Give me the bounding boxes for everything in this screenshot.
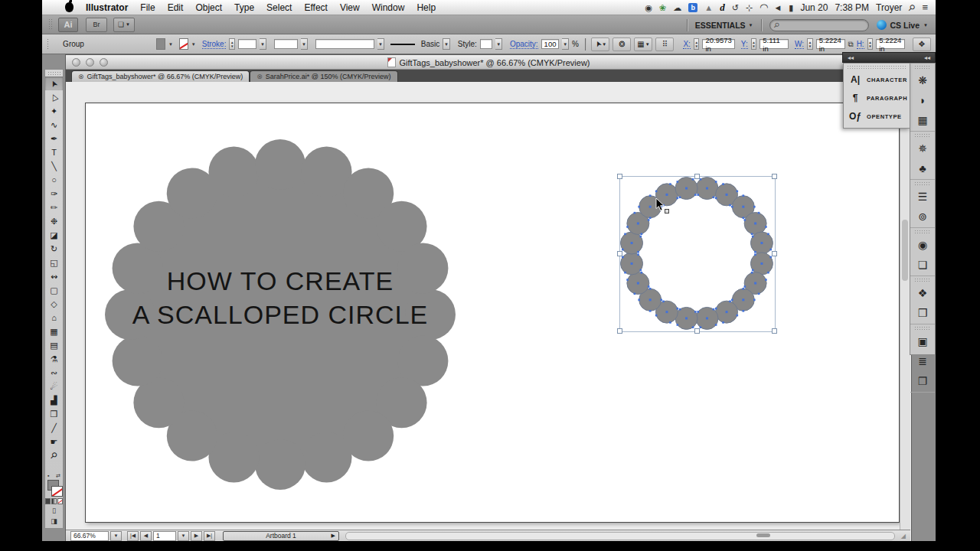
lasso-tool[interactable]: ∿ — [45, 118, 63, 132]
pencil-tool[interactable]: ✏ — [45, 201, 63, 214]
paintbrush-tool[interactable]: ✑ — [45, 187, 63, 201]
canvas[interactable]: HOW TO CREATE A SCALLOPED CIRCLE — [66, 82, 910, 530]
opacity-dropdown[interactable]: ▼ — [562, 38, 568, 50]
layers-icon[interactable]: ❖ — [910, 283, 935, 303]
workspace-switcher[interactable]: ESSENTIALS ▼ — [695, 21, 753, 30]
hand-tool[interactable]: ☛ — [45, 435, 63, 448]
selection-bounding-box[interactable] — [619, 176, 776, 332]
swap-fill-stroke-icon[interactable]: ⇄ — [56, 473, 60, 479]
ellipse-tool[interactable]: ○ — [45, 173, 63, 187]
horizontal-scrollbar[interactable] — [345, 532, 895, 540]
selection-handle[interactable] — [772, 251, 777, 256]
collapse-dock-icon[interactable]: ◂◂ — [924, 54, 930, 61]
stroke-weight-stepper[interactable]: ▲▼ — [229, 38, 235, 50]
bridge-button[interactable]: Br — [86, 18, 107, 32]
x-field[interactable]: 20.9573 in — [702, 39, 734, 49]
menu-object[interactable]: Object — [195, 2, 222, 13]
search-input[interactable]: ⚲ — [769, 19, 869, 31]
menu-effect[interactable]: Effect — [304, 2, 327, 13]
menu-view[interactable]: View — [340, 2, 360, 13]
stroke-color-swatch[interactable] — [179, 38, 188, 50]
spotlight-icon[interactable]: ⚲ — [904, 0, 920, 15]
menu-user[interactable]: Troyer — [876, 2, 902, 13]
magic-wand-tool[interactable]: ✦ — [45, 104, 63, 118]
notification-list-icon[interactable]: ≡ — [922, 0, 928, 15]
variable-width-profile-field[interactable] — [274, 39, 299, 49]
d-icon[interactable]: d — [720, 0, 725, 15]
stroke-weight-field[interactable] — [238, 39, 256, 49]
resize-grip-icon[interactable]: ◢ — [901, 533, 906, 540]
color-button[interactable] — [45, 498, 51, 504]
screen-mode-button[interactable]: ◨ — [45, 516, 63, 527]
zoom-tool[interactable]: ⚲ — [45, 448, 63, 462]
paragraph-panel-button[interactable]: ¶PARAGRAPH — [844, 89, 910, 107]
previous-artboard-button[interactable]: ◀ — [140, 531, 152, 541]
zoom-level-field[interactable]: 66.67% — [70, 531, 109, 541]
transform-button[interactable]: ⠿ — [655, 37, 674, 51]
transform-panel-icon[interactable]: ▣ — [910, 331, 935, 351]
artboard-tool[interactable]: ❒ — [45, 407, 63, 421]
graphic-styles-icon[interactable]: ❏ — [910, 255, 935, 275]
horizontal-scrollbar-thumb[interactable] — [756, 533, 770, 537]
eraser-tool[interactable]: ◪ — [45, 228, 63, 242]
close-tab-icon[interactable]: ⊗ — [256, 73, 263, 80]
blend-tool[interactable]: ∾ — [45, 366, 63, 380]
gradient-tool[interactable]: ▤ — [45, 338, 63, 352]
stroke-profile-dropdown[interactable]: ▼ — [443, 38, 449, 50]
brush-definition-dropdown[interactable]: ▼ — [377, 38, 384, 50]
menu-clock[interactable]: 7:38 PM — [835, 2, 869, 13]
eyedropper-tool[interactable]: ⚗ — [45, 352, 63, 366]
selection-handle[interactable] — [617, 174, 622, 179]
y-field[interactable]: 5.111 in — [760, 39, 789, 49]
menu-illustrator[interactable]: Illustrator — [86, 2, 128, 13]
rotate-tool[interactable]: ↻ — [45, 242, 63, 256]
stroke-panel-icon[interactable]: ☰ — [910, 187, 935, 207]
opacity-label[interactable]: Opacity: — [510, 40, 538, 49]
pen-tool[interactable]: ✒ — [45, 132, 63, 145]
opentype-panel-button[interactable]: OƒOPENTYPE — [844, 107, 910, 126]
variable-width-dropdown[interactable]: ▼ — [301, 38, 307, 50]
stroke-weight-label[interactable]: Stroke: — [202, 40, 227, 49]
window-titlebar[interactable]: GiftTags_babyshower* @ 66.67% (CMYK/Prev… — [66, 55, 911, 70]
stroke-weight-dropdown[interactable]: ▼ — [260, 38, 266, 50]
artboards-icon[interactable]: ❒ — [910, 303, 935, 323]
y-stepper[interactable]: ▲▼ — [751, 38, 757, 50]
b-badge-icon[interactable]: b — [688, 3, 697, 12]
scale-tool[interactable]: ◱ — [45, 256, 63, 269]
next-artboard-button[interactable]: ▶ — [191, 531, 202, 541]
style-field[interactable] — [480, 39, 493, 49]
vertical-scrollbar-thumb[interactable] — [902, 220, 908, 281]
status-display[interactable]: Artboard 1 ▶ — [223, 531, 339, 541]
transform-options-button[interactable]: ✥ — [913, 37, 931, 51]
w-field[interactable]: 5.2224 in — [816, 39, 845, 49]
symbols-icon[interactable]: ✵ — [910, 139, 935, 158]
blob-brush-tool[interactable]: ❉ — [45, 214, 63, 228]
menu-edit[interactable]: Edit — [168, 2, 184, 13]
shape-builder-tool[interactable]: ◇ — [45, 297, 63, 311]
last-artboard-button[interactable]: ▶| — [204, 531, 215, 541]
apple-menu-icon[interactable] — [65, 2, 74, 12]
menu-select[interactable]: Select — [266, 2, 292, 13]
character-panel-button[interactable]: A|CHARACTER — [844, 70, 910, 89]
line-segment-tool[interactable]: ╲ — [45, 159, 63, 173]
link-dimensions-icon[interactable]: ⧉ — [848, 40, 854, 49]
location-icon[interactable]: ⊹ — [746, 0, 753, 15]
h-stepper[interactable]: ▲▼ — [867, 38, 874, 50]
selection-handle[interactable] — [772, 174, 777, 179]
color-guide-icon[interactable]: ◗ — [910, 90, 935, 110]
menu-window[interactable]: Window — [372, 2, 405, 13]
drawing-mode-button[interactable]: ▯ — [45, 505, 63, 516]
vertical-scrollbar[interactable] — [900, 82, 910, 530]
type-tool[interactable]: T — [45, 145, 63, 159]
h-field[interactable]: 5.2224 in — [876, 39, 905, 49]
artwork-heading[interactable]: HOW TO CREATE A SCALLOPED CIRCLE — [96, 264, 464, 331]
first-artboard-button[interactable]: |◀ — [127, 531, 139, 541]
cloud-icon[interactable]: ☁ — [673, 0, 681, 15]
mesh-tool[interactable]: ▦ — [45, 324, 63, 338]
wifi-icon[interactable]: ◠ — [760, 0, 766, 15]
select-similar-button[interactable]: ➤▼ — [591, 37, 609, 51]
x-stepper[interactable]: ▲▼ — [694, 38, 700, 50]
artboard-number-field[interactable]: 1 — [153, 531, 176, 541]
appearance-icon[interactable]: ◉ — [910, 235, 935, 255]
gray-badge-icon[interactable]: ▲ — [704, 0, 713, 15]
